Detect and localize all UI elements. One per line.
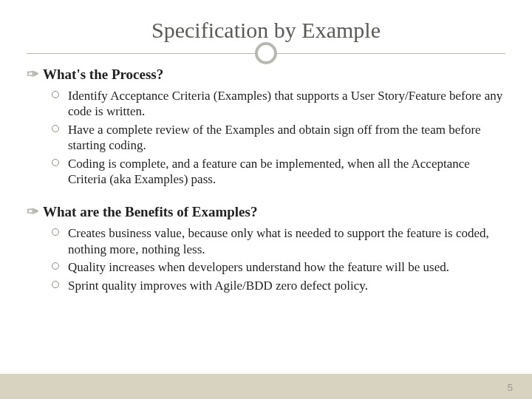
title-divider: [27, 53, 505, 54]
slide: Specification by Example ✑ What's the Pr…: [0, 0, 532, 399]
bullets-benefits: Creates business value, because only wha…: [27, 225, 505, 293]
heading-benefits: ✑ What are the Benefits of Examples?: [27, 203, 505, 221]
bullet-icon: [52, 125, 59, 132]
page-number: 5: [508, 382, 513, 393]
list-item: Creates business value, because only wha…: [52, 225, 505, 257]
list-item: Quality increases when developers unders…: [52, 259, 505, 275]
title-block: Specification by Example: [27, 18, 505, 54]
bullet-icon: [52, 91, 59, 98]
swirl-icon: ✑: [27, 66, 43, 82]
section-process: ✑ What's the Process? Identify Acceptanc…: [27, 66, 505, 187]
swirl-icon: ✑: [27, 203, 43, 219]
list-item: Coding is complete, and a feature can be…: [52, 156, 505, 188]
bullet-icon: [52, 159, 59, 166]
bullet-text: Creates business value, because only wha…: [68, 226, 489, 256]
list-item: Identify Acceptance Criteria (Examples) …: [52, 88, 505, 120]
heading-text: What's the Process?: [43, 66, 163, 83]
bullet-text: Identify Acceptance Criteria (Examples) …: [68, 89, 502, 118]
bullet-text: Sprint quality improves with Agile/BDD z…: [68, 279, 368, 293]
heading-process: ✑ What's the Process?: [27, 66, 505, 83]
bullet-text: Coding is complete, and a feature can be…: [68, 157, 470, 186]
slide-title: Specification by Example: [151, 18, 381, 43]
bullets-process: Identify Acceptance Criteria (Examples) …: [27, 88, 505, 187]
heading-text: What are the Benefits of Examples?: [43, 203, 257, 221]
bullet-icon: [52, 281, 59, 288]
footer-band: [0, 374, 532, 399]
list-item: Sprint quality improves with Agile/BDD z…: [52, 278, 505, 293]
circle-icon: [255, 42, 277, 64]
section-benefits: ✑ What are the Benefits of Examples? Cre…: [27, 203, 505, 293]
slide-content: ✑ What's the Process? Identify Acceptanc…: [27, 61, 505, 293]
bullet-text: Have a complete review of the Examples a…: [68, 123, 481, 152]
bullet-icon: [52, 228, 59, 236]
bullet-icon: [52, 262, 59, 270]
list-item: Have a complete review of the Examples a…: [52, 122, 505, 154]
bullet-text: Quality increases when developers unders…: [68, 260, 449, 274]
